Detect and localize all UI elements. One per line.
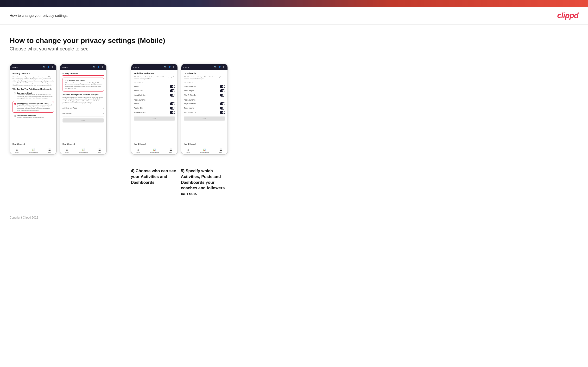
toggle-followers-round-insights[interactable]: Round Insights: [184, 106, 225, 110]
chevron-left-icon-3: ‹: [133, 66, 134, 68]
nav-menu-3[interactable]: ☰ Menu: [169, 148, 173, 153]
nav-menu-4[interactable]: ☰ Menu: [219, 148, 223, 153]
nav-performance-1[interactable]: 📊 My Performance: [29, 148, 38, 153]
nav-menu-2[interactable]: ☰ Menu: [98, 148, 101, 153]
phone-screen-4: ‹ Back 🔍 👤 ⚙ Dashboards Select the dashb…: [181, 64, 228, 155]
chart-icon-3: 📊: [153, 148, 156, 151]
nav-icons-2: 🔍 👤 ⚙: [93, 66, 104, 69]
home-icon-3: ⌂: [137, 148, 139, 151]
toggle-switch-coaches-practice[interactable]: [170, 89, 175, 92]
toggle-switch-followers-rounds[interactable]: [170, 102, 175, 105]
search-icon-3[interactable]: 🔍: [164, 66, 167, 69]
nav-home-4[interactable]: ⌂ Home: [187, 148, 190, 153]
logo: clippd: [557, 11, 578, 20]
settings-icon-2[interactable]: ⚙: [102, 66, 104, 69]
phone-footer-4: Help & Support: [181, 142, 227, 147]
header: How to change your privacy settings clip…: [0, 7, 588, 25]
toggle-followers-rounds[interactable]: Rounds: [134, 102, 175, 106]
phone-nav-1: ‹ Back 🔍 👤 ⚙: [10, 64, 56, 70]
phone-screen-3: ‹ Back 🔍 👤 ⚙ Activities and Posts Select…: [131, 64, 178, 155]
save-button-4[interactable]: Save: [184, 117, 225, 121]
page-title: How to change your privacy settings (Mob…: [10, 36, 578, 45]
screenshot-pair-1: ‹ Back 🔍 👤 ⚙ Privacy Controls Control ho…: [10, 64, 107, 155]
menu-activities[interactable]: Activities and Posts ›: [62, 105, 104, 111]
privacy-controls-tab[interactable]: Privacy Controls: [62, 72, 104, 76]
nav-menu-1[interactable]: ☰ Menu: [48, 148, 51, 153]
phone-footer-1: Help & Support: [10, 142, 56, 147]
save-button-2[interactable]: Save: [62, 118, 104, 123]
radio-content-2: Only Approved Followers and Your Coach O…: [17, 103, 52, 111]
toggle-switch-followers-practice[interactable]: [170, 107, 175, 109]
toggle-switch-followers-round-insights[interactable]: [220, 107, 225, 109]
back-button-4[interactable]: ‹ Back: [183, 66, 189, 68]
nav-home-2[interactable]: ⌂ Home: [65, 148, 69, 153]
menu-dashboards[interactable]: Dashboards ›: [62, 111, 104, 117]
phone-screen-1: ‹ Back 🔍 👤 ⚙ Privacy Controls Control ho…: [10, 64, 57, 155]
back-button-1[interactable]: ‹ Back: [12, 66, 17, 68]
user-icon[interactable]: 👤: [47, 66, 50, 69]
toggle-switch-coaches-manual[interactable]: [170, 94, 175, 97]
footer: Copyright Clippd 2022: [0, 211, 588, 224]
radio-circle-2: [14, 103, 16, 105]
toggle-switch-followers-manual[interactable]: [170, 111, 175, 114]
user-icon-4[interactable]: 👤: [218, 66, 221, 69]
nav-home-1[interactable]: ⌂ Home: [15, 148, 18, 153]
section-title-1: Privacy Controls: [12, 72, 54, 75]
phone-body-3: Activities and Posts Select the types of…: [131, 70, 177, 142]
back-button-2[interactable]: ‹ Back: [62, 66, 68, 68]
toggle-followers-practice[interactable]: Practice Drills: [134, 106, 175, 110]
settings-icon-3[interactable]: ⚙: [173, 66, 176, 69]
toggle-followers-manual[interactable]: Manual Activities: [134, 110, 175, 115]
home-icon-4: ⌂: [187, 148, 189, 151]
toggle-switch-coaches-round-insights[interactable]: [220, 89, 225, 92]
search-icon-2[interactable]: 🔍: [93, 66, 96, 69]
save-button-3[interactable]: Save: [134, 117, 175, 121]
chart-icon-4: 📊: [203, 148, 206, 151]
user-icon-2[interactable]: 👤: [97, 66, 100, 69]
activities-posts-title: Activities and Posts: [134, 72, 175, 75]
toggle-followers-what-to-work[interactable]: What To Work On: [184, 110, 225, 115]
toggle-coaches-what-to-work[interactable]: What To Work On: [184, 93, 225, 97]
popup-box: Only You and Your Coach Only you and the…: [62, 78, 104, 92]
toggle-switch-followers-what-to-work[interactable]: [220, 111, 225, 114]
toggle-switch-coaches-player-dashboard[interactable]: [220, 85, 225, 88]
user-icon-3[interactable]: 👤: [168, 66, 171, 69]
toggle-switch-coaches-what-to-work[interactable]: [220, 94, 225, 97]
settings-icon-4[interactable]: ⚙: [223, 66, 225, 69]
back-button-3[interactable]: ‹ Back: [133, 66, 139, 68]
home-icon: ⌂: [16, 148, 18, 151]
nav-performance-4[interactable]: 📊 My Performance: [200, 148, 209, 153]
radio-option-coach-only[interactable]: Only You and Your Coach Only you and the…: [12, 114, 54, 119]
settings-icon[interactable]: ⚙: [52, 66, 54, 69]
toggle-switch-followers-player-dashboard[interactable]: [220, 102, 225, 105]
chart-icon: 📊: [32, 148, 35, 151]
phone-footer-2: Help & Support: [60, 142, 106, 147]
search-icon[interactable]: 🔍: [43, 66, 46, 69]
toggle-coaches-round-insights[interactable]: Round Insights: [184, 89, 225, 93]
toggle-coaches-rounds[interactable]: Rounds: [134, 84, 175, 89]
nav-home-3[interactable]: ⌂ Home: [137, 148, 140, 153]
dashboards-title: Dashboards: [184, 72, 225, 75]
toggle-switch-coaches-rounds[interactable]: [170, 85, 175, 88]
radio-option-approved[interactable]: Only Approved Followers and Your Coach O…: [12, 101, 54, 113]
radio-circle-1: [14, 92, 16, 94]
nav-icons-3: 🔍 👤 ⚙: [164, 66, 176, 69]
radio-option-everyone[interactable]: Everyone on Clippd Everyone on Clippd ca…: [12, 91, 54, 100]
nav-performance-2[interactable]: 📊 My Performance: [79, 148, 88, 153]
toggle-coaches-player-dashboard[interactable]: Player Dashboard: [184, 84, 225, 89]
screenshot-pair-2: ‹ Back 🔍 👤 ⚙ Activities and Posts Select…: [131, 64, 228, 155]
menu-icon-4: ☰: [220, 148, 222, 151]
nav-performance-3[interactable]: 📊 My Performance: [150, 148, 159, 153]
screenshot-group-1: ‹ Back 🔍 👤 ⚙ Privacy Controls Control ho…: [10, 64, 107, 155]
radio-content-1: Everyone on Clippd Everyone on Clippd ca…: [17, 92, 52, 99]
toggle-coaches-practice[interactable]: Practice Drills: [134, 89, 175, 93]
page-subtitle: Choose what you want people to see: [10, 46, 578, 52]
breadcrumb: How to change your privacy settings: [10, 13, 68, 17]
phone-nav-3: ‹ Back 🔍 👤 ⚙: [131, 64, 177, 70]
phone-body-2: Privacy Controls Only You and Your Coach…: [60, 70, 106, 142]
chevron-left-icon-2: ‹: [62, 66, 63, 68]
toggle-followers-player-dashboard[interactable]: Player Dashboard: [184, 102, 225, 106]
chevron-right-activities: ›: [103, 107, 104, 109]
search-icon-4[interactable]: 🔍: [214, 66, 217, 69]
toggle-coaches-manual[interactable]: Manual Activities: [134, 93, 175, 97]
